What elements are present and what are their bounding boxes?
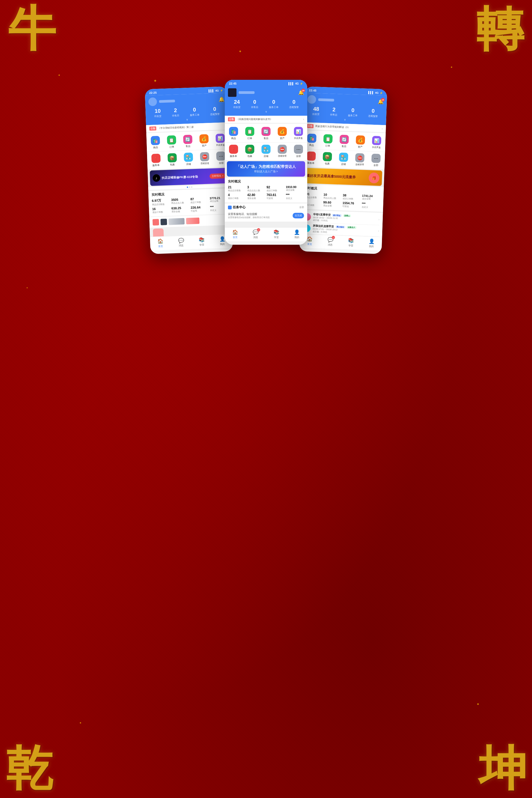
icon-compass-center[interactable]: 📊 抖店罗盘 (291, 126, 306, 141)
banner-title-right: 邀好友开店最高拿5000元流量券 (306, 173, 366, 180)
banner-title-center: 「达人广场」为您精准匹配带货达人 (236, 165, 296, 169)
stat-violation-right: 0 违规预警 (368, 108, 378, 118)
icon-package-right[interactable]: 📦 包裹 (320, 151, 335, 167)
icon-violation-left[interactable]: ⛔ 违规管理 (197, 151, 212, 167)
nav-home-right[interactable]: 🏠 首页 (307, 236, 313, 246)
stat-pending-ship-center: 24 待发货 (233, 99, 241, 109)
time-center: 22:45 (229, 82, 236, 85)
icon-shop-left[interactable]: 🏪 店铺 (180, 151, 196, 167)
color-dot-red (152, 219, 159, 226)
color-dot-dark (160, 218, 167, 225)
icon-order-left[interactable]: 📋 订单 (164, 134, 179, 150)
icon-grid-1-right: 🛍️ 商品 📋 订单 🔄 售后 💰 资产 📊 抖店罗盘 (303, 130, 386, 152)
icon-service-center[interactable]: ❗ 服务单 (226, 144, 241, 159)
stat-violation-left: 0 违规预警 (210, 106, 220, 116)
stat-refund-amount-left: 638.25 退款金额 (171, 206, 190, 213)
icon-violation-right[interactable]: ⛔ 违规管理 (352, 152, 367, 168)
stats-grid-2-left: 16 退款订单数 638.25 退款金额 226.64 可提现 *** 自定义 (152, 205, 228, 214)
stat-pending-ship-left: 10 待发货 (154, 108, 162, 118)
color-strip-gradient (168, 218, 185, 225)
task-btn[interactable]: 去完成 (292, 213, 304, 218)
task-subdesc: 设置客服电话&短信提醒，接收售后订单消息 (228, 216, 270, 219)
announce-text-center: 《高频违规问题规则解读白皮书》 (236, 118, 302, 121)
announcement-center[interactable]: 公告 《高频违规问题规则解读白皮书》 › (225, 116, 307, 123)
name-left (159, 100, 175, 103)
bell-left[interactable]: 🔔 (218, 96, 225, 102)
brand-box-center (228, 88, 236, 97)
icon-shop-right[interactable]: 🏪 店铺 (336, 151, 352, 167)
bottom-nav-right: 🏠 首页 💬 12 消息 📚 学堂 👤 我的 (299, 234, 382, 251)
star-7 (80, 722, 81, 723)
profile-left: 🔔 (148, 95, 225, 106)
nav-academy-left[interactable]: 📚 学堂 (199, 237, 205, 247)
streamer-arrow-2: › (378, 229, 379, 233)
icon-violation-center[interactable]: ⛔ 违规管理 (275, 144, 290, 159)
profile-right: 🔔 15 (307, 95, 384, 106)
announce-arrow-center: › (303, 118, 304, 121)
stat-withdrawable-left: 226.64 可提现 (191, 205, 209, 212)
phone-left: 22:25 ▌▌▌ 4G ⚡ 🔔 10 待发货 (145, 87, 233, 254)
icon-all-right[interactable]: ⋯ 全部 (368, 152, 384, 168)
task-item-1: 设置客服电话、短信提醒 设置客服电话&短信提醒，接收售后订单消息 去完成 (228, 211, 304, 220)
icon-product-center[interactable]: 🛍️ 商品 (226, 126, 241, 141)
icon-package-center[interactable]: 📦 包裹 (242, 144, 257, 159)
icon-asset-center[interactable]: 💰 资产 (275, 126, 290, 141)
banner-left[interactable]: ♪ 抖店店铺装修PK赛-618专场 立即报名 > (150, 168, 228, 186)
stats-grid-2-right: 2 退款订单数 99.60 退款金额 1554.76 可提现 *** 自定义 (304, 200, 380, 209)
nav-mine-left[interactable]: 👤 我的 (219, 236, 225, 246)
banner-center[interactable]: 「达人广场」为您精准匹配带货达人 即刻进入达人广场 > (227, 161, 305, 177)
announce-label-right: 公告 (306, 124, 314, 128)
icon-asset-left[interactable]: 💰 资产 (196, 133, 212, 149)
icon-aftersale-right[interactable]: 🔄 售后 (336, 134, 352, 150)
stats-row-right: 48 待发货 2 待售后 0 服务工单 0 违规预警 (307, 106, 383, 118)
icon-aftersale-left[interactable]: 🔄 售后 (180, 134, 196, 150)
stat-clicks-left: 3505 商品点击人数 (171, 197, 189, 205)
icon-all-center[interactable]: ⋯ 全部 (291, 144, 306, 159)
nav-mine-center[interactable]: 👤 我的 (294, 229, 300, 239)
bell-right[interactable]: 🔔 15 (378, 99, 384, 105)
realtime-right: 实时概况 491 商品总访客数 10 商品点击人数 38 成交订单数 (301, 184, 384, 212)
bell-badge-center: 28 (301, 89, 305, 92)
nav-academy-center[interactable]: 📚 学堂 (273, 229, 279, 239)
task-all[interactable]: 全部 (299, 206, 304, 209)
color-strip-left (149, 214, 232, 228)
streamer-arrow-1: › (378, 217, 379, 221)
icon-order-center[interactable]: 📋 订单 (242, 126, 257, 141)
nav-home-left[interactable]: 🏠 首页 (157, 238, 164, 248)
chevron-center[interactable]: ∨ (228, 110, 304, 113)
nav-academy-right[interactable]: 📚 学堂 (348, 238, 354, 248)
icon-aftersale-center[interactable]: 🔄 售后 (258, 126, 273, 141)
name-right (318, 98, 334, 101)
nav-home-center[interactable]: 🏠 首页 (232, 229, 238, 239)
banner-text-left: 抖店店铺装修PK赛-618专场 (162, 174, 210, 180)
stat-violation-center: 0 违规预警 (289, 99, 299, 109)
stats-grid-1-center: 21 商品总访客数 3 商品点击人数 92 成交订单数 1910.90 成交金额 (228, 185, 304, 192)
icon-package-left[interactable]: 📦 包裹 (165, 152, 180, 168)
signal-left: ▌▌▌ 4G ⚡ (209, 89, 223, 92)
bell-center[interactable]: 🔔 28 (298, 90, 304, 95)
bottom-nav-left: 🏠 首页 💬 消息 📚 学堂 👤 我的 (150, 234, 233, 251)
profile-center: 🔔 28 (228, 88, 304, 97)
streamer-info-2: 胖脸说机直播带货 累计报名 次数达人 05/28 17:01 ~ 05/28 1… (312, 224, 376, 235)
star-4 (240, 51, 241, 52)
streamer-info-1: 华哥5直播带货 累计报名 直播人 05/28 19:02 ~ 05/28 21:… (313, 212, 376, 224)
nav-message-left[interactable]: 💬 消息 (178, 238, 184, 248)
star-1 (58, 75, 60, 76)
avatar-left (148, 97, 157, 106)
banner-btn-left[interactable]: 立即报名 > (210, 173, 226, 179)
nav-message-center[interactable]: 💬 20 消息 (253, 229, 259, 239)
icon-product-left[interactable]: 🛍️ 商品 (147, 135, 163, 151)
icon-asset-right[interactable]: 💰 资产 (353, 134, 368, 150)
icon-order-right[interactable]: 📋 订单 (320, 133, 336, 149)
icon-service-left[interactable]: ❗ 服务单 (148, 152, 164, 168)
banner-right[interactable]: 邀好友开店最高拿5000元流量券 🎁 (304, 168, 382, 186)
icon-shop-center[interactable]: 🏪 店铺 (258, 144, 273, 159)
icon-grid-1-center: 🛍️ 商品 📋 订单 🔄 售后 💰 资产 📊 抖店罗盘 (225, 124, 307, 142)
nav-mine-right[interactable]: 👤 我的 (368, 238, 375, 248)
stat-aftersale-right: 2 待售后 (330, 107, 338, 117)
announce-text-left: 《平台营销活动基础规则》第二课 (158, 124, 223, 130)
announce-label-center: 公告 (228, 117, 235, 121)
nav-message-right[interactable]: 💬 12 消息 (327, 237, 333, 247)
icon-compass-right[interactable]: 📊 抖店罗盘 (369, 135, 384, 151)
status-bar-center: 22:45 ▌▌▌ 4G ⚡ (225, 80, 307, 86)
